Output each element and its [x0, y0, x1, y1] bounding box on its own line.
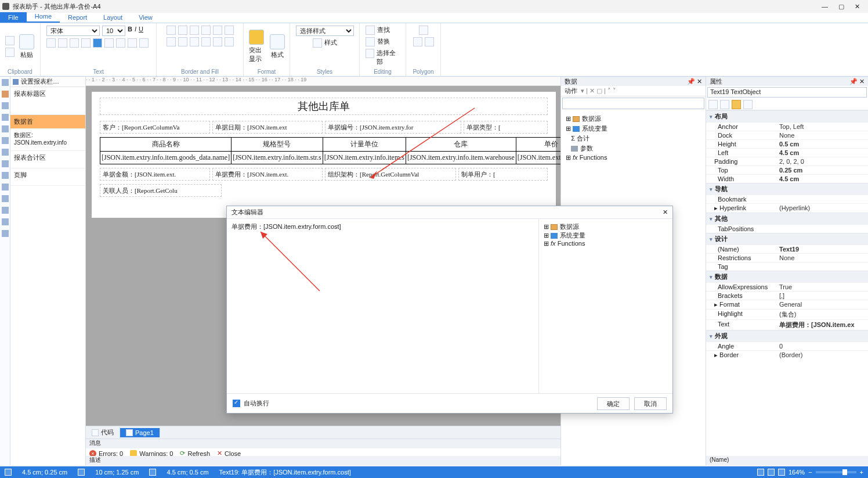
field-related-user[interactable]: 关联人员：[Report.GetColu — [100, 184, 222, 197]
minimize-icon[interactable]: — — [822, 3, 828, 10]
line-tool-icon[interactable] — [2, 114, 9, 121]
map-tool-icon[interactable] — [2, 218, 9, 225]
col-goods-name[interactable]: 商品名称 — [100, 138, 232, 152]
categorize-icon[interactable] — [708, 100, 718, 109]
tab-page1[interactable]: Page1 — [120, 428, 160, 437]
text-tool-icon[interactable] — [2, 91, 9, 98]
events-icon[interactable] — [732, 100, 741, 109]
svg-tool-icon[interactable] — [2, 207, 9, 214]
cell-style-icon[interactable] — [225, 37, 234, 46]
col-price[interactable]: 单价 — [516, 138, 560, 152]
band-data[interactable]: 数据区: JSON.item.extry.info — [10, 129, 85, 151]
border-right-icon[interactable] — [201, 26, 211, 35]
property-grid[interactable]: 布局 AnchorTop, Left DockNone Height0.5 cm… — [706, 110, 868, 456]
zoom-mode-icon[interactable] — [757, 469, 764, 476]
bold-icon[interactable]: B — [128, 26, 132, 36]
cell-warehouse[interactable]: [JSON.item.extry.info.item.warehouse — [406, 152, 516, 164]
field-creator[interactable]: 制单用户：[ — [458, 168, 548, 181]
field-customer[interactable]: 客户：[Report.GetColumnVa — [100, 121, 210, 134]
zoom-slider[interactable] — [816, 471, 856, 473]
auto-wrap-checkbox[interactable] — [233, 400, 240, 407]
chart-tool-icon[interactable] — [2, 172, 9, 179]
shape-tool-icon[interactable] — [2, 125, 9, 132]
border-color-icon[interactable] — [190, 37, 199, 46]
report-title[interactable]: 其他出库单 — [100, 98, 548, 115]
align-middle-icon[interactable] — [104, 38, 114, 48]
menu-home[interactable]: Home — [27, 11, 60, 23]
subreport-tool-icon[interactable] — [2, 160, 9, 167]
field-org[interactable]: 组织架构：[Report.GetColumnVal — [325, 168, 456, 181]
ok-button[interactable]: 确定 — [597, 397, 630, 410]
polygon-add-icon[interactable] — [419, 26, 428, 35]
band-header[interactable]: 设置报表栏… — [10, 77, 85, 87]
menu-report[interactable]: Report — [60, 12, 95, 23]
italic-icon[interactable]: I — [135, 26, 136, 36]
style-icon[interactable] — [313, 38, 322, 48]
font-size-select[interactable]: 10 — [102, 26, 125, 36]
line-weight-icon[interactable] — [178, 37, 187, 46]
polygon-del-icon[interactable] — [425, 37, 434, 46]
rotate-icon[interactable] — [139, 38, 149, 48]
gauge-tool-icon[interactable] — [2, 230, 9, 237]
band-data-header[interactable]: 数据首 — [10, 115, 85, 129]
polygon-edit-icon[interactable] — [413, 37, 422, 46]
align-justify-icon[interactable] — [81, 38, 91, 48]
table-tool-icon[interactable] — [2, 149, 9, 156]
zoom-page-icon[interactable] — [778, 469, 785, 476]
highlight-button[interactable]: 突出显示 — [248, 28, 265, 64]
cell-spec[interactable]: [JSON.item.extry.info.item.str.s — [232, 152, 323, 164]
dialog-data-tree[interactable]: ⊞ 数据源 ⊞ 系统变量 ⊞ fx Functions — [539, 219, 672, 393]
checkbox-tool-icon[interactable] — [2, 184, 9, 191]
picture-tool-icon[interactable] — [2, 102, 9, 109]
align-left-icon[interactable] — [46, 38, 56, 48]
redo-icon[interactable] — [5, 48, 15, 57]
property-object-select[interactable]: Text19 TextObject — [707, 87, 867, 98]
close-icon[interactable]: ✕ — [855, 3, 860, 10]
col-spec[interactable]: 规格型号 — [232, 138, 323, 152]
band-title[interactable]: 报表标题区 — [10, 87, 85, 115]
zoom-in-icon[interactable]: + — [860, 469, 863, 476]
data-search-input[interactable] — [562, 98, 704, 109]
alpha-sort-icon[interactable] — [720, 100, 729, 109]
line-style-icon[interactable] — [167, 37, 176, 46]
replace-button[interactable]: 替换 — [377, 37, 390, 46]
border-left-icon[interactable] — [190, 26, 199, 35]
field-bill-amount[interactable]: 单据金额：[JSON.item.ext. — [100, 168, 210, 181]
band-footer[interactable]: 页脚 — [10, 168, 85, 186]
paste-button[interactable]: 粘贴 — [18, 33, 35, 60]
menu-file[interactable]: File — [0, 12, 27, 23]
field-bill-cost[interactable]: 单据费用：[JSON.item.ext. — [212, 168, 323, 181]
menu-layout[interactable]: Layout — [95, 12, 131, 23]
zoom-fit-icon[interactable] — [768, 469, 775, 476]
col-warehouse[interactable]: 仓库 — [406, 138, 516, 152]
field-bill-type[interactable]: 单据类型：[ — [464, 121, 548, 134]
format-button[interactable]: 格式 — [269, 33, 286, 60]
font-color-icon[interactable] — [128, 38, 137, 48]
undo-icon[interactable] — [5, 36, 15, 45]
find-button[interactable]: 查找 — [377, 26, 390, 35]
cancel-button[interactable]: 取消 — [634, 397, 667, 410]
align-center-icon[interactable] — [58, 38, 67, 48]
align-right-icon[interactable] — [70, 38, 79, 48]
pin-icon[interactable]: 📌 ✕ — [687, 78, 702, 85]
barcode-tool-icon[interactable] — [2, 137, 9, 144]
menu-view[interactable]: View — [131, 12, 161, 23]
font-name-select[interactable]: 宋体 — [46, 26, 100, 36]
cell-unit[interactable]: [JSON.item.extry.info.item.s — [323, 152, 406, 164]
field-bill-date[interactable]: 单据日期：[JSON.item.ext — [212, 121, 323, 134]
col-unit[interactable]: 计量单位 — [323, 138, 406, 152]
cell-goods-name[interactable]: [JSON.item.extry.info.item.goods_data.na… — [100, 152, 232, 164]
pointer-tool-icon[interactable] — [2, 79, 9, 86]
border-bottom-icon[interactable] — [178, 26, 187, 35]
border-top-icon[interactable] — [167, 26, 176, 35]
dialog-close-icon[interactable]: ✕ — [663, 209, 668, 216]
cell-price[interactable]: [JSON.item.extry.info.it — [516, 152, 560, 164]
zoom-out-icon[interactable]: − — [808, 469, 812, 476]
maximize-icon[interactable]: ▢ — [838, 3, 844, 10]
border-all-icon[interactable] — [213, 26, 222, 35]
richtext-tool-icon[interactable] — [2, 195, 9, 202]
style-select[interactable]: 选择样式 — [296, 26, 354, 36]
underline-icon[interactable]: U — [139, 26, 143, 36]
band-summary[interactable]: 报表合计区 — [10, 151, 85, 168]
select-all-button[interactable]: 选择全部 — [377, 49, 400, 66]
